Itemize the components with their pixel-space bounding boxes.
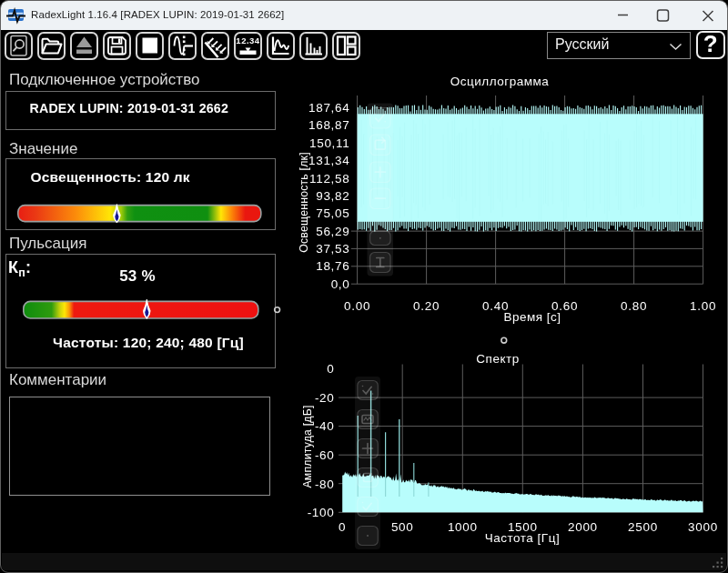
svg-text:37,53: 37,53 <box>316 242 349 256</box>
svg-text:187,64: 187,64 <box>308 101 350 115</box>
svg-text:93,82: 93,82 <box>316 189 349 203</box>
svg-text:168,87: 168,87 <box>308 118 350 132</box>
svg-text:0.80: 0.80 <box>621 299 647 313</box>
svg-text:Спектр: Спектр <box>476 352 519 366</box>
svg-text:0: 0 <box>339 520 346 534</box>
svg-text:3000: 3000 <box>688 520 718 534</box>
svg-text:Амплитуда [дБ]: Амплитуда [дБ] <box>301 405 314 488</box>
svg-text:-80: -80 <box>315 478 335 491</box>
svg-text:0,0: 0,0 <box>331 277 350 291</box>
svg-text:2000: 2000 <box>568 520 598 534</box>
svg-text:Осциллограмма: Осциллограмма <box>450 75 549 88</box>
svg-text:56,29: 56,29 <box>316 225 349 238</box>
svg-text:112,58: 112,58 <box>309 172 350 186</box>
svg-text:18,76: 18,76 <box>316 259 349 273</box>
svg-text:-20: -20 <box>315 391 335 405</box>
svg-text:0.20: 0.20 <box>413 299 440 313</box>
svg-text:-40: -40 <box>315 419 335 433</box>
svg-text:-100: -100 <box>308 506 335 519</box>
svg-text:1000: 1000 <box>448 520 478 534</box>
svg-text:131,34: 131,34 <box>308 154 350 167</box>
svg-text:0.00: 0.00 <box>344 299 370 313</box>
svg-text:Время [с]: Время [с] <box>503 310 561 324</box>
svg-text:150,11: 150,11 <box>309 136 350 150</box>
svg-text:500: 500 <box>391 520 414 534</box>
svg-text:Частота [Гц]: Частота [Гц] <box>485 531 560 545</box>
svg-text:1.00: 1.00 <box>690 299 716 313</box>
svg-text:2500: 2500 <box>628 520 658 534</box>
svg-text:75,05: 75,05 <box>316 206 349 220</box>
svg-text:-60: -60 <box>315 448 335 462</box>
svg-text:0: 0 <box>327 362 334 376</box>
